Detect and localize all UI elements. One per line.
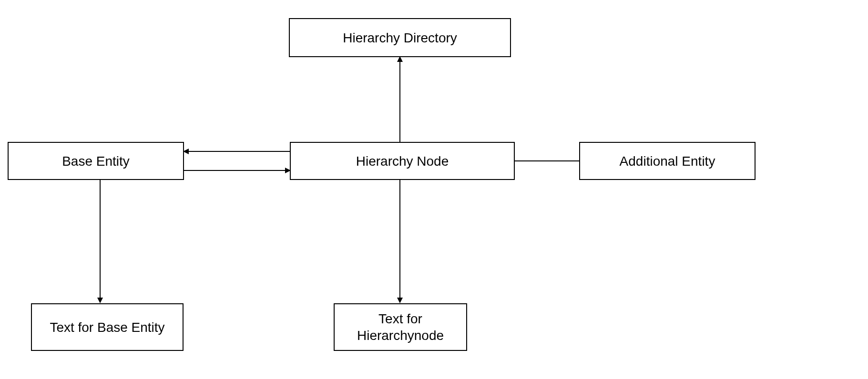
- node-label: Text for Hierarchynode: [338, 310, 462, 344]
- node-label: Base Entity: [62, 153, 130, 170]
- node-label: Hierarchy Directory: [343, 30, 457, 46]
- node-label: Additional Entity: [620, 153, 715, 170]
- node-label: Text for Base Entity: [50, 319, 164, 336]
- node-base-entity: Base Entity: [8, 142, 184, 180]
- diagram-canvas: Hierarchy Directory Base Entity Hierarch…: [0, 0, 868, 379]
- node-additional-entity: Additional Entity: [579, 142, 756, 180]
- node-text-for-hierarchynode: Text for Hierarchynode: [334, 303, 467, 351]
- node-text-for-base-entity: Text for Base Entity: [31, 303, 184, 351]
- node-label: Hierarchy Node: [356, 153, 449, 170]
- node-hierarchy-node: Hierarchy Node: [290, 142, 515, 180]
- node-hierarchy-directory: Hierarchy Directory: [289, 18, 511, 57]
